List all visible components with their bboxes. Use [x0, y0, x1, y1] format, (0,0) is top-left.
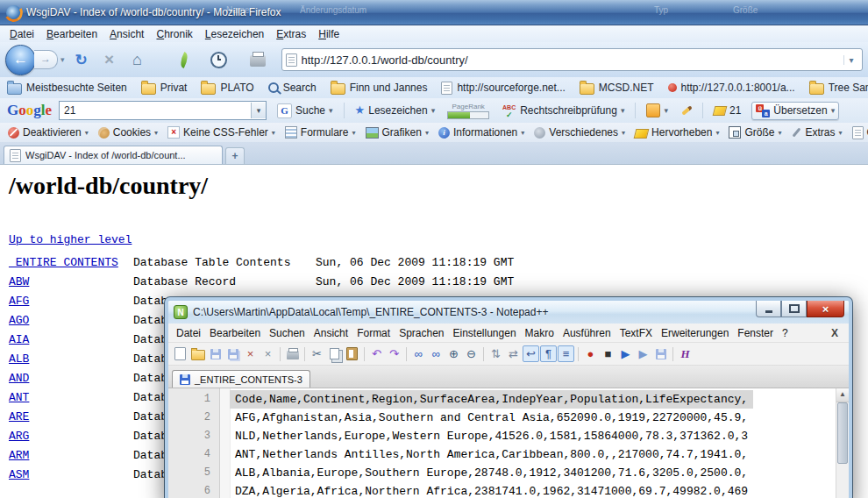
autofill-button[interactable]: [643, 102, 672, 119]
chevron-down-icon[interactable]: [431, 106, 436, 115]
webdev-grafiken[interactable]: Grafiken: [362, 125, 432, 139]
npp-menu-ausführen[interactable]: Ausführen: [559, 326, 615, 340]
scrollbar-thumb[interactable]: [837, 402, 848, 464]
play-macro-icon[interactable]: ▶: [617, 345, 634, 362]
menu-bearbeiten[interactable]: Bearbeiten: [40, 27, 103, 41]
chevron-down-icon[interactable]: [425, 129, 429, 137]
chevron-down-icon[interactable]: [715, 129, 719, 137]
webdev-formulare[interactable]: Formulare: [281, 125, 359, 139]
google-search-dropdown-icon[interactable]: [251, 103, 266, 118]
chevron-down-icon[interactable]: [85, 129, 89, 137]
new-tab-button[interactable]: +: [225, 147, 245, 164]
chevron-down-icon[interactable]: [778, 129, 781, 137]
spellcheck-button[interactable]: Rechtschreibprüfung: [498, 102, 628, 119]
home-button[interactable]: [126, 48, 149, 71]
close-file-icon[interactable]: ×: [242, 345, 259, 362]
line-text[interactable]: AFG,Afghanistan,Asia,Southern and Centra…: [230, 409, 753, 427]
undo-icon[interactable]: ↶: [368, 345, 385, 362]
url-text[interactable]: http://127.0.0.1/world-db/country/: [302, 53, 839, 67]
bookmark-meistbesuchte-seiten[interactable]: Meistbesuchte Seiten: [7, 82, 127, 95]
document-tab[interactable]: _ENTIRE_CONTENTS-3: [172, 370, 310, 388]
notepadpp-titlebar[interactable]: C:\Users\Martin\AppData\Local\Temp\_ENTI…: [168, 301, 849, 324]
url-bar[interactable]: http://127.0.0.1/world-db/country/: [281, 48, 863, 71]
line-text[interactable]: Code,Name,Continent,Region,SurfaceArea,I…: [230, 390, 753, 409]
sync-vertical-scroll-icon[interactable]: ⇅: [487, 345, 504, 362]
file-link[interactable]: ABW: [9, 275, 29, 288]
npp-menu-format[interactable]: Format: [352, 326, 395, 340]
chevron-down-icon[interactable]: [621, 106, 625, 115]
back-button[interactable]: [5, 45, 36, 75]
function-completion-icon[interactable]: H: [677, 345, 694, 362]
google-search-button[interactable]: Suche: [274, 102, 337, 120]
close-button[interactable]: [807, 301, 844, 317]
bookmark-plato[interactable]: PLATO: [201, 82, 253, 95]
menu-hilfe[interactable]: Hilfe: [312, 27, 345, 41]
redo-icon[interactable]: ↷: [386, 345, 402, 362]
npp-menu-einstellungen[interactable]: Einstellungen: [449, 326, 521, 340]
npp-menu-datei[interactable]: Datei: [172, 326, 205, 340]
chevron-down-icon[interactable]: [831, 106, 836, 115]
npp-menu-suchen[interactable]: Suchen: [265, 326, 309, 340]
menu-chronik[interactable]: Chronik: [150, 27, 198, 41]
print-button[interactable]: [250, 55, 266, 67]
file-link[interactable]: ALB: [9, 352, 29, 366]
highlight-count-button[interactable]: 21: [710, 103, 744, 118]
menu-datei[interactable]: Datei: [4, 27, 40, 41]
pencil-icon[interactable]: [681, 105, 693, 115]
up-to-higher-level-link[interactable]: Up to higher level: [9, 233, 132, 246]
bookmark-privat[interactable]: Privat: [141, 82, 188, 95]
chevron-down-icon[interactable]: [329, 106, 333, 115]
line-text[interactable]: ALB,Albania,Europe,Southern Europe,28748…: [230, 464, 753, 482]
new-file-icon[interactable]: [172, 345, 189, 362]
vertical-scrollbar[interactable]: [836, 388, 849, 498]
npp-menu-textfx[interactable]: TextFX: [615, 326, 657, 340]
minimize-button[interactable]: [756, 301, 781, 317]
menu-lesezeichen[interactable]: Lesezeichen: [199, 27, 270, 41]
npp-doc-close-button[interactable]: X: [824, 327, 845, 339]
npp-menu-sprachen[interactable]: Sprachen: [395, 326, 448, 340]
file-link[interactable]: AND: [9, 372, 29, 385]
indent-guide-icon[interactable]: ≡: [558, 345, 574, 362]
npp-menu-bearbeiten[interactable]: Bearbeiten: [205, 326, 265, 340]
chevron-down-icon[interactable]: [352, 129, 356, 137]
history-dropdown-icon[interactable]: [60, 55, 65, 64]
menu-extras[interactable]: Extras: [270, 27, 312, 41]
file-link[interactable]: AGO: [9, 314, 29, 327]
webdev-größe[interactable]: Größe: [725, 125, 785, 139]
bookmark-finn-und-jannes[interactable]: Finn und Jannes: [331, 82, 428, 95]
npp-menu-ansicht[interactable]: Ansicht: [309, 326, 352, 340]
chevron-down-icon[interactable]: [272, 129, 275, 137]
webdev-keine-css-fehler[interactable]: Keine CSS-Fehler: [164, 125, 279, 139]
translate-button[interactable]: Übersetzen: [751, 102, 839, 120]
line-text[interactable]: DZA,Algeria,Africa,Northern Africa,23817…: [230, 482, 753, 498]
google-bookmarks-button[interactable]: Lesezeichen: [352, 103, 439, 118]
word-wrap-icon[interactable]: ↩: [523, 345, 539, 362]
forward-button[interactable]: [34, 50, 58, 69]
file-link[interactable]: ANT: [9, 391, 29, 404]
find-icon[interactable]: ∞: [410, 345, 427, 362]
file-link[interactable]: AIA: [9, 333, 29, 346]
editor-area[interactable]: 1Code,Name,Continent,Region,SurfaceArea,…: [168, 388, 849, 498]
save-all-icon[interactable]: [224, 345, 241, 362]
line-text[interactable]: NLD,Netherlands,Europe,Western Europe,41…: [230, 427, 753, 445]
maximize-button[interactable]: [781, 301, 807, 317]
history-clock-icon[interactable]: [210, 52, 227, 68]
save-macro-icon[interactable]: [652, 345, 669, 362]
npp-menu-erweiterungen[interactable]: Erweiterungen: [657, 326, 733, 340]
record-macro-icon[interactable]: ●: [582, 345, 599, 362]
webdev-hervorheben[interactable]: Hervorheben: [631, 125, 722, 139]
bookmark-http-127-0-0-1-8001-a[interactable]: http://127.0.0.1:8001/a...: [668, 82, 795, 94]
run-macro-multiple-times-icon[interactable]: ▶: [635, 345, 651, 362]
file-link[interactable]: ARM: [9, 449, 29, 462]
replace-icon[interactable]: ∞: [428, 345, 445, 362]
scroll-up-arrow-icon[interactable]: [836, 388, 849, 402]
npp-menu-fenster[interactable]: Fenster: [733, 326, 778, 340]
tab-wsgidav-index[interactable]: WsgiDAV - Index of /world-db/count...: [4, 146, 223, 164]
chevron-down-icon[interactable]: [521, 129, 524, 137]
bookmark-mcsd-net[interactable]: MCSD.NET: [580, 82, 654, 95]
feather-extension-icon[interactable]: [177, 52, 190, 68]
bookmark-search[interactable]: Search: [268, 82, 317, 94]
menu-ansicht[interactable]: Ansicht: [103, 27, 150, 41]
webdev-quelltext[interactable]: Quelltext: [849, 125, 868, 140]
cut-icon[interactable]: ✂: [309, 345, 325, 362]
